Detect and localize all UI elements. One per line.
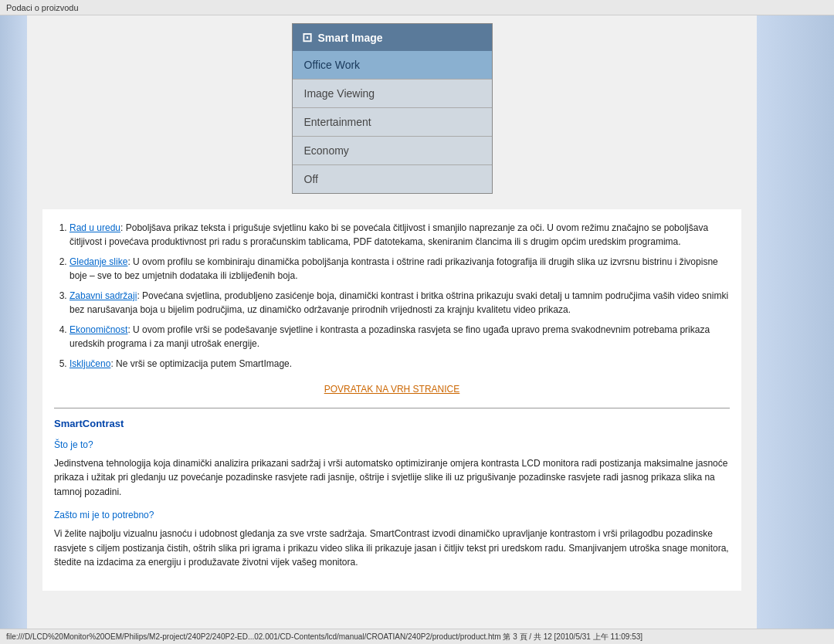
feature-list: Rad u uredu: Poboljšava prikaz teksta i …: [70, 221, 730, 371]
paragraph-2: Vi želite najbolju vizualnu jasnoću i ud…: [54, 527, 730, 570]
center-content: ⊡ Smart Image Office Work Image Viewing …: [27, 15, 757, 629]
top-bar-label: Podaci o proizvodu: [6, 3, 79, 12]
list-item: Rad u uredu: Poboljšava prikaz teksta i …: [70, 221, 730, 249]
back-to-top-link[interactable]: POVRATAK NA VRH STRANICE: [54, 382, 730, 396]
top-bar: Podaci o proizvodu: [0, 0, 834, 15]
left-sidebar: [0, 15, 27, 629]
sub-title-2: Zašto mi je to potrebno?: [54, 508, 730, 522]
list-item: Zabavni sadržaji: Povećana svjetlina, pr…: [70, 289, 730, 317]
paragraph-1: Jedinstvena tehnologija koja dinamički a…: [54, 456, 730, 500]
smart-image-header: ⊡ Smart Image: [293, 24, 492, 51]
divider: [54, 408, 730, 408]
smart-image-panel: ⊡ Smart Image Office Work Image Viewing …: [292, 23, 493, 194]
bottom-bar: file:///D/LCD%20Monitor%20OEM/Philips/M2…: [0, 629, 834, 644]
right-sidebar: [757, 15, 834, 629]
menu-item-entertainment[interactable]: Entertainment: [293, 108, 492, 137]
menu-item-off[interactable]: Off: [293, 165, 492, 193]
smart-image-icon: ⊡: [302, 30, 312, 45]
smart-contrast-title: SmartContrast: [54, 416, 730, 432]
link-ekonomicnost[interactable]: Ekonomičnost: [70, 324, 127, 335]
bottom-bar-url: file:///D/LCD%20Monitor%20OEM/Philips/M2…: [6, 632, 642, 642]
main-layout: ⊡ Smart Image Office Work Image Viewing …: [0, 15, 834, 629]
menu-item-office-work[interactable]: Office Work: [293, 51, 492, 80]
content-text: Rad u uredu: Poboljšava prikaz teksta i …: [42, 209, 741, 591]
link-zabavni-sadrzaji[interactable]: Zabavni sadržaji: [70, 290, 137, 301]
list-item: Isključeno: Ne vrši se optimizacija pute…: [70, 357, 730, 371]
sub-title-1: Što je to?: [54, 438, 730, 452]
menu-item-image-viewing[interactable]: Image Viewing: [293, 80, 492, 108]
menu-item-economy[interactable]: Economy: [293, 137, 492, 165]
smart-image-title: Smart Image: [318, 32, 383, 44]
list-item: Ekonomičnost: U ovom profile vrši se pod…: [70, 323, 730, 351]
link-iskljuceno[interactable]: Isključeno: [70, 358, 110, 369]
link-rad-u-uredu[interactable]: Rad u uredu: [70, 222, 120, 233]
list-item: Gledanje slike: U ovom profilu se kombin…: [70, 255, 730, 283]
link-gledanje-slike[interactable]: Gledanje slike: [70, 256, 127, 267]
